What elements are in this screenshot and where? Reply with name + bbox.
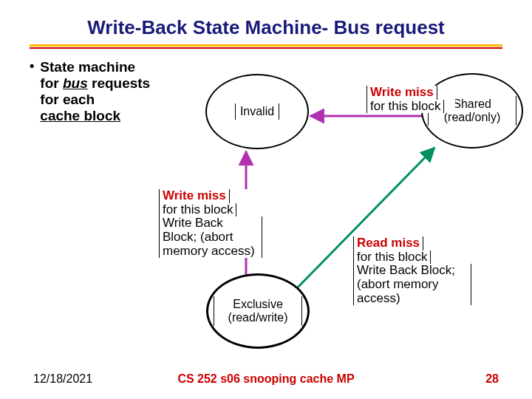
bullet-line3: for each (40, 92, 95, 107)
bullet-cache-block: cache block (40, 108, 120, 123)
label-left-sub: for this block (159, 203, 236, 217)
footer-page-number: 28 (485, 372, 499, 386)
label-top-sub: for this block (366, 100, 444, 114)
label-left-event: Write miss (159, 189, 230, 203)
footer-course: CS 252 s06 snooping cache MP (0, 372, 532, 386)
transition-label-exclusive-to-shared: Read miss for this block Write Back Bloc… (353, 236, 479, 305)
label-right-action: Write Back Block; (abort memory access) (353, 264, 471, 305)
label-top-event: Write miss (366, 86, 437, 100)
state-invalid-label: Invalid (235, 103, 279, 120)
bullet-dot-icon: • (30, 59, 34, 123)
title-underline (30, 44, 502, 49)
bullet-bus: bus (63, 75, 88, 91)
transition-label-exclusive-to-invalid: Write miss for this block Write Back Blo… (159, 189, 266, 258)
bullet-line2a: for (40, 75, 63, 91)
label-right-sub: for this block (353, 250, 431, 265)
label-left-action: Write Back Block; (abort memory access) (159, 216, 262, 258)
bullet-line1: State machine (40, 59, 135, 75)
label-right-event: Read miss (353, 236, 423, 250)
state-exclusive: Exclusive (read/write) (206, 273, 310, 349)
state-invalid: Invalid (205, 74, 309, 149)
bullet-description: • State machine for bus requests for eac… (30, 59, 177, 123)
bullet-line2c: requests (88, 75, 150, 91)
transition-label-shared-to-invalid: Write miss for this block (366, 86, 455, 113)
slide-title: Write-Back State Machine- Bus request (0, 16, 532, 39)
state-exclusive-label: Exclusive (read/write) (214, 296, 303, 325)
